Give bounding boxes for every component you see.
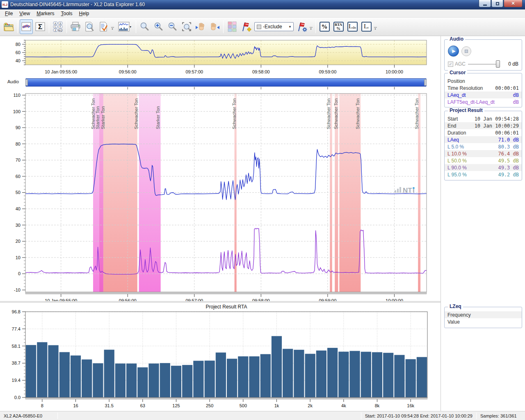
marker-label: Schwacher Ton	[232, 98, 237, 129]
marker-settings-button[interactable]	[295, 19, 308, 34]
marker-filter-select[interactable]: -Exclude ▼	[254, 22, 294, 31]
svg-text:10 Jan 09:55:00: 10 Jan 09:55:00	[45, 298, 77, 301]
open-file-button[interactable]	[2, 19, 15, 34]
marker-colors-button[interactable]	[226, 19, 239, 34]
svg-text:80: 80	[16, 142, 21, 146]
slider-thumb[interactable]	[496, 60, 500, 68]
close-button[interactable]: ✕	[504, 0, 523, 7]
svg-text:50: 50	[16, 190, 21, 195]
rta-bar	[406, 359, 416, 397]
volume-slider[interactable]	[468, 60, 507, 68]
lr-button[interactable]: Lr	[360, 19, 373, 34]
ldn-button[interactable]: Ldn	[346, 19, 359, 34]
zoom-out-icon	[168, 22, 178, 32]
chart-type-button[interactable]: ▾	[116, 19, 134, 34]
project-row: Duration00:06:01	[445, 129, 522, 136]
window-title: Deutschland-DIN45645-Lärmmuster - XL2 Da…	[10, 2, 145, 7]
weighting-icon: AS CF ZEQ	[52, 21, 63, 32]
svg-text:8: 8	[41, 403, 43, 408]
svg-text:EQ: EQ	[59, 29, 62, 32]
rta-bar	[383, 353, 393, 397]
zoom-fit-button[interactable]	[180, 19, 193, 34]
toolbar-overflow-icon[interactable]: ▾	[373, 27, 377, 32]
zoom-in-button[interactable]	[152, 19, 165, 34]
project-label: L 5.0 %	[447, 144, 464, 150]
pan-right-button[interactable]	[208, 19, 221, 34]
svg-text:250: 250	[206, 403, 213, 408]
menu-view[interactable]: View	[16, 10, 33, 17]
percent-button[interactable]: %	[318, 19, 331, 34]
zoom-in-icon	[154, 22, 164, 32]
marker-colors-icon	[228, 21, 237, 32]
summary-button[interactable]: Σ	[34, 19, 47, 34]
dropdown-arrow-icon: ▾	[130, 25, 131, 29]
marker-label: Schwacher Ton	[355, 98, 360, 129]
weighting-button[interactable]: AS CF ZEQ	[51, 19, 64, 34]
agc-checkbox[interactable]: ✓	[448, 62, 453, 67]
svg-text:S: S	[59, 22, 61, 25]
menu-tools[interactable]: Tools	[58, 10, 76, 17]
svg-text:0.0: 0.0	[14, 395, 21, 400]
menu-file[interactable]: File	[2, 10, 16, 17]
svg-text:60: 60	[16, 174, 21, 179]
rta-chart[interactable]: Project Result RTA0.019.438.758.177.496.…	[0, 303, 441, 411]
print-preview-button[interactable]	[83, 19, 96, 34]
magnifier-icon	[140, 22, 150, 32]
svg-text:09:57:00: 09:57:00	[185, 69, 203, 74]
svg-text:10:00:00: 10:00:00	[386, 69, 403, 74]
add-marker-button[interactable]	[240, 19, 253, 34]
svg-text:09:58:00: 09:58:00	[252, 69, 270, 74]
overview-chart[interactable]: 40608010 Jan 09:55:0009:56:0009:57:0009:…	[0, 36, 441, 77]
report-button[interactable]	[97, 19, 110, 34]
svg-text:20: 20	[16, 239, 21, 244]
restore-button[interactable]	[491, 0, 503, 7]
rta-percent-button[interactable]: RTA%	[332, 19, 345, 34]
print-button[interactable]	[69, 19, 82, 34]
report-check-icon	[98, 22, 108, 32]
toolbar-separator	[66, 20, 67, 33]
rta-bar	[26, 345, 36, 397]
svg-text:NT: NT	[403, 187, 412, 194]
audio-panel-title: Audio	[448, 36, 465, 42]
marker-label: Starker Ton	[95, 106, 100, 129]
rta-bar	[316, 351, 326, 397]
pan-right-hand-icon	[209, 22, 220, 32]
rta-bar	[93, 363, 103, 397]
project-label: LAeq	[447, 137, 459, 143]
printer-icon	[70, 22, 81, 32]
minimize-button[interactable]	[479, 0, 491, 7]
rta-bar	[260, 354, 271, 397]
marker-region-schwach	[103, 94, 137, 292]
pan-left-button[interactable]	[194, 19, 207, 34]
project-value: 76.4 dB	[498, 151, 519, 157]
cursor-label: Position	[447, 78, 465, 84]
marker-label: Schwacher Ton	[326, 98, 331, 129]
main-chart[interactable]: Schwacher TonStarker TonStarker TonSchwa…	[0, 89, 441, 301]
rta-bar	[82, 359, 92, 397]
rta-bar	[160, 363, 170, 397]
cursor-panel-title: Cursor	[448, 70, 467, 75]
menu-help[interactable]: Help	[76, 10, 93, 17]
lzeq-panel-title: LZeq	[448, 304, 463, 309]
project-row: L 90.0 %49.3 dB	[445, 164, 522, 171]
agc-label: AGC	[455, 61, 466, 67]
marker-label: Schwacher Ton	[91, 98, 96, 129]
chart-view-button[interactable]	[20, 19, 33, 34]
toolbar-overflow-icon[interactable]: ▾	[309, 27, 313, 32]
project-result-title: Project Result	[448, 107, 484, 113]
marker-label: Schwacher Ton	[134, 98, 139, 129]
exclude-color-swatch	[257, 25, 261, 29]
rta-bar	[126, 363, 137, 397]
cursor-row: LAeq_dtdB	[445, 91, 522, 98]
svg-text:90: 90	[16, 125, 21, 130]
audio-track-bar[interactable]	[25, 78, 427, 87]
zoom-button[interactable]	[138, 19, 151, 34]
menu-markers[interactable]: Markers	[33, 10, 57, 17]
project-value: 80.3 dB	[498, 144, 519, 150]
rta-bar	[115, 363, 126, 397]
svg-text:96.8: 96.8	[12, 309, 21, 314]
zoom-out-button[interactable]	[166, 19, 179, 34]
stop-button[interactable]	[461, 46, 471, 56]
play-button[interactable]: ▶	[448, 46, 459, 57]
toolbar-overflow-icon[interactable]: ▾	[110, 27, 114, 32]
